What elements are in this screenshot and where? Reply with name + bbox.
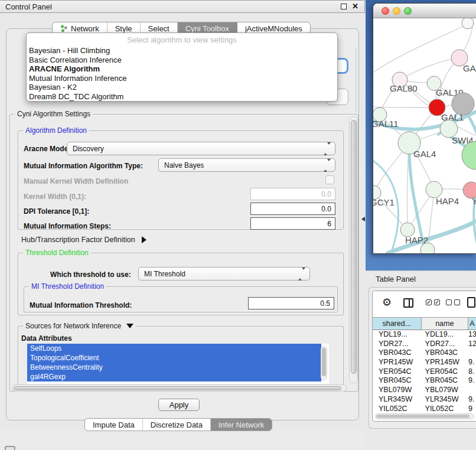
panel-collapse-arrow-icon[interactable] [361,217,365,221]
aracne-mode-combo[interactable]: Discovery [67,142,335,155]
tab-infer-network[interactable]: Infer Network [211,419,272,431]
network-node-top-partial[interactable] [462,18,474,29]
mac-minimize-button[interactable] [393,7,400,15]
table-cell: YLR345W [422,395,469,405]
table-cell: YPR145W [422,358,469,367]
scrollbar-thumb[interactable] [14,386,341,390]
which-threshold-value: MI Threshold [144,270,185,278]
which-threshold-combo[interactable]: MI Threshold [138,267,310,281]
aracne-mode-value: Discovery [73,145,104,153]
algorithm-dropdown-list: Select algorithm to view settings Bayesi… [26,32,338,102]
column-header-a[interactable]: A [468,318,476,330]
dpi-tolerance-label: DPI Tolerance [0,1]: [24,207,89,216]
table-window: ⚙ ✓ ✓ shared...nameA YDL19...YDL19...13Y… [372,291,476,422]
sources-title[interactable]: Sources for Network Inference [23,322,136,330]
node-label-gal11: GAL11 [373,119,399,129]
table-row[interactable]: YIL052CYIL052C9 [373,405,476,413]
table-row[interactable]: YDL19...YDL19...13 [373,330,476,340]
tab-label: Infer Network [219,419,264,431]
sources-title-label: Sources for Network Inference [25,322,121,330]
mi-type-combo[interactable]: Naive Bayes [158,158,335,172]
hidden-groupbox-edge [356,47,356,112]
scrollbar-thumb[interactable] [322,348,326,376]
table-cell: 9. [468,376,476,386]
table-cell: YBR043C [373,348,422,358]
algorithm-option-dream8-dc-tdc-algorithm[interactable]: Dream8 DC_TDC Algorithm [27,92,337,102]
dropdown-placeholder: Select algorithm to view settings [27,33,337,46]
checked-checkbox-icon[interactable]: ✓ [434,299,440,305]
mac-zoom-button[interactable] [404,7,412,15]
mi-type-value: Naive Bayes [164,161,204,169]
network-window-titlebar[interactable] [373,4,476,18]
network-view-window[interactable]: GALGAL80GAL10GAL1GAL11SWI4GAL4GCY1HAP4YH… [373,3,476,254]
apply-button[interactable]: Apply [158,399,200,411]
hub-transcription-section[interactable]: Hub/Transcription Factor Definition [21,236,146,244]
tab-impute-data[interactable]: Impute Data [85,419,143,431]
table-cell: YER054C [422,367,469,377]
mac-close-button[interactable] [382,7,389,15]
scrollbar-thumb[interactable] [376,415,470,418]
table-cell: YBR043C [422,348,469,358]
table-row[interactable]: YBR043CYBR043C [373,348,476,358]
network-icon [60,25,68,32]
column-header-name[interactable]: name [422,318,469,330]
dpi-tolerance-input[interactable] [250,203,335,215]
kernel-width-input[interactable] [250,188,335,200]
close-icon[interactable]: ✕ [352,2,358,11]
manual-kernel-checkbox[interactable] [325,175,334,184]
unchecked-checkbox-icon[interactable] [454,299,460,305]
checked-checkbox-icon[interactable]: ✓ [426,299,432,305]
table-horizontal-scrollbar[interactable] [375,413,474,419]
table-cell: 13 [468,330,476,340]
algorithm-option-basic-correlation-inference[interactable]: Basic Correlation Inference [27,56,337,65]
table-header-row: shared...nameA [373,317,476,330]
table-cell: 9 [468,405,476,413]
mi-threshold-definition-title: MI Threshold Definition [29,282,106,291]
settings-gear-icon[interactable]: ⚙ [382,296,392,309]
attribute-item-topologicalcoefficient[interactable]: TopologicalCoefficient [27,353,321,363]
which-threshold-label: Which threshold to use: [50,270,131,279]
table-row[interactable]: YPR145WYPR145W9. [373,358,476,367]
table-cell: YIL052C [373,405,422,413]
algorithm-option-aracne-algorithm[interactable]: ARACNE Algorithm [27,64,337,74]
node-label-hap4: HAP4 [436,196,459,206]
scrollbar-thumb[interactable] [351,120,357,374]
node-label-gal4: GAL4 [413,149,436,159]
settings-horizontal-scrollbar[interactable] [12,384,347,392]
split-columns-icon[interactable] [403,298,413,308]
tab-discretize-data[interactable]: Discretize Data [143,419,211,431]
algorithm-option-mutual-information-inference[interactable]: Mutual Information Inference [27,74,337,83]
table-cell: YDR27... [373,340,422,349]
table-cell: YBL079W [422,386,469,395]
table-row[interactable]: YBR045CYBR045C9. [373,376,476,386]
attributes-scrollbar[interactable] [321,346,327,380]
table-row[interactable]: YLR345WYLR345W9. [373,395,476,405]
column-header-shared[interactable]: shared... [373,318,422,330]
attribute-item-selfloops[interactable]: SelfLoops [27,344,321,353]
table-cell: 9. [468,395,476,405]
table-body: YDL19...YDL19...13YDR27...YDR27...12YBR0… [373,330,476,413]
float-window-icon[interactable] [341,4,347,9]
algorithm-option-bayesian-k2[interactable]: Bayesian - K2 [27,83,337,92]
table-cell: YPR145W [373,358,422,367]
algorithm-option-bayesian-hill-climbing[interactable]: Bayesian - Hill Climbing [27,46,337,56]
mi-threshold-input[interactable] [248,297,334,309]
document-icon[interactable] [467,297,475,308]
table-row[interactable]: YDR27...YDR27...12 [373,340,476,349]
settings-vertical-scrollbar[interactable] [349,116,358,383]
table-cell: YBL079W [373,386,422,395]
node-label-gal80: GAL80 [390,83,418,93]
network-canvas[interactable]: GALGAL80GAL10GAL1GAL11SWI4GAL4GCY1HAP4YH… [373,18,476,253]
network-node-hap4[interactable] [426,181,442,198]
hub-section-label: Hub/Transcription Factor Definition [21,236,135,244]
table-cell [468,386,476,395]
attribute-item-gal4rgexp[interactable]: gal4RGexp [27,372,321,381]
table-row[interactable]: YER054CYER054C8. [373,367,476,377]
unchecked-checkbox-icon[interactable] [446,299,452,305]
network-edge [400,58,459,80]
table-row[interactable]: YBL079WYBL079W [373,386,476,395]
attribute-item-betweennesscentrality[interactable]: BetweennessCentrality [27,363,321,372]
mi-steps-input[interactable] [250,217,335,230]
table-cell: YDL19... [422,330,469,340]
combo-stepper-icon [298,270,305,278]
